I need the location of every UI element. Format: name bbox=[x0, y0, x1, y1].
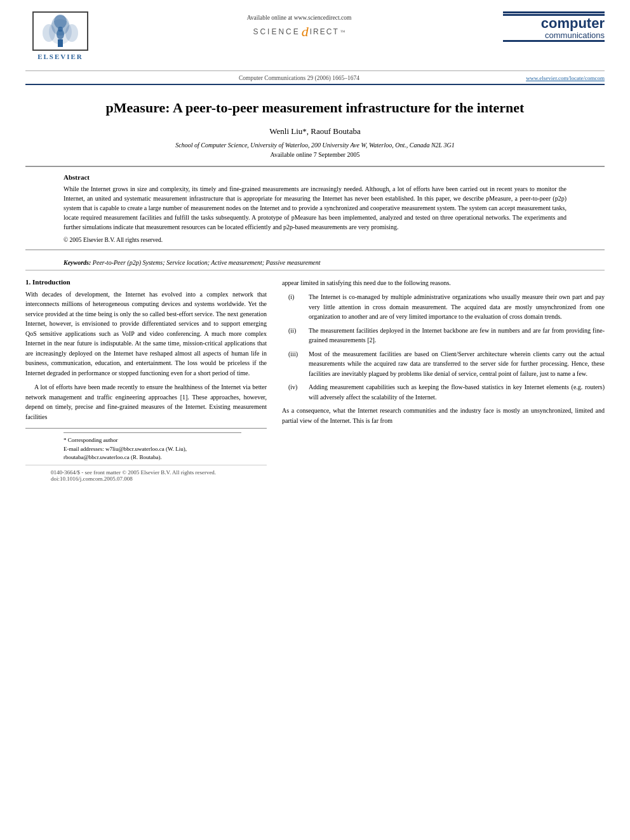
footnote-divider bbox=[64, 432, 241, 433]
sd-science-text: SCIENCE bbox=[253, 27, 300, 36]
intro-section-number: 1. bbox=[25, 278, 30, 286]
intro-right-p2: As a consequence, what the Internet rese… bbox=[282, 406, 605, 425]
col-right: appear limited in satisfying this need d… bbox=[282, 278, 605, 486]
cc-bar-bottom bbox=[503, 40, 605, 42]
authors: Wenli Liu*, Raouf Boutaba bbox=[38, 126, 592, 137]
list-label-iv: (iv) bbox=[288, 382, 305, 402]
abstract-text: While the Internet grows in size and com… bbox=[64, 184, 566, 232]
elsevier-label: ELSEVIER bbox=[37, 53, 83, 60]
list-label-iii: (iii) bbox=[288, 349, 305, 379]
intro-right-p1: appear limited in satisfying this need d… bbox=[282, 278, 605, 288]
list-label-i: (i) bbox=[288, 292, 305, 322]
title-section: pMeasure: A peer-to-peer measurement inf… bbox=[0, 85, 630, 166]
journal-url: www.elsevier.com/locate/comcom bbox=[503, 75, 605, 81]
list-item-i: (i) The Internet is co-managed by multip… bbox=[288, 292, 605, 322]
intro-right-intro: appear limited in satisfying this need d… bbox=[282, 278, 605, 288]
intro-left-p2: A lot of efforts have been made recently… bbox=[25, 382, 267, 422]
footer-bar: 0140-3664/$ - see front matter © 2005 El… bbox=[25, 465, 267, 486]
intro-left-p1: With decades of development, the Interne… bbox=[25, 290, 267, 378]
keywords-line: Keywords: Peer-to-Peer (p2p) Systems; Se… bbox=[25, 255, 605, 270]
svg-point-5 bbox=[54, 15, 67, 29]
keywords-values: Peer-to-Peer (p2p) Systems; Service loca… bbox=[93, 259, 321, 266]
page: ELSEVIER Available online at www.science… bbox=[0, 0, 630, 840]
abstract-heading: Abstract bbox=[64, 173, 566, 181]
list-text-iv: Adding measurement capabilities such as … bbox=[309, 382, 605, 402]
footer-issn: 0140-3664/$ - see front matter © 2005 El… bbox=[51, 469, 241, 476]
elsevier-tree-svg bbox=[35, 14, 86, 49]
cc-communications-text: communications bbox=[545, 30, 605, 40]
affiliation: School of Computer Science, University o… bbox=[38, 142, 592, 149]
elsevier-logo: ELSEVIER bbox=[25, 11, 95, 60]
cc-bar-top bbox=[503, 11, 605, 13]
sd-d-icon: d bbox=[302, 25, 309, 39]
header: ELSEVIER Available online at www.science… bbox=[0, 0, 630, 84]
list-item-ii: (ii) The measurement facilities deployed… bbox=[288, 326, 605, 345]
header-top: ELSEVIER Available online at www.science… bbox=[25, 11, 605, 60]
available-date: Available online 7 September 2005 bbox=[38, 151, 592, 158]
copyright-line: © 2005 Elsevier B.V. All rights reserved… bbox=[64, 236, 566, 244]
sd-direct-text: IRECT bbox=[310, 27, 339, 36]
cc-computer-text: computer bbox=[541, 17, 605, 30]
paper-title: pMeasure: A peer-to-peer measurement inf… bbox=[38, 99, 592, 117]
main-content: 1. Introduction With decades of developm… bbox=[0, 270, 630, 486]
footnote-star: * Corresponding author bbox=[64, 436, 241, 445]
intro-section-label: Introduction bbox=[32, 278, 70, 286]
footnote-area: * Corresponding author E-mail addresses:… bbox=[25, 428, 267, 465]
list-label-ii: (ii) bbox=[288, 326, 305, 345]
intro-right-closing: As a consequence, what the Internet rese… bbox=[282, 406, 605, 425]
list-text-i: The Internet is co-managed by multiple a… bbox=[309, 292, 605, 322]
intro-left-text: With decades of development, the Interne… bbox=[25, 290, 267, 422]
journal-citation: Computer Communications 29 (2006) 1665–1… bbox=[95, 75, 503, 81]
available-online-text: Available online at www.sciencedirect.co… bbox=[247, 15, 352, 21]
list-item-iv: (iv) Adding measurement capabilities suc… bbox=[288, 382, 605, 402]
footnote-email: E-mail addresses: w7liu@bbcr.uwaterloo.c… bbox=[64, 445, 241, 462]
sciencedirect-logo: SCIENCE d IRECT ™ bbox=[253, 25, 345, 39]
computer-communications-logo: computer communications bbox=[503, 11, 605, 43]
intro-list: (i) The Internet is co-managed by multip… bbox=[282, 292, 605, 402]
intro-section-title: 1. Introduction bbox=[25, 278, 267, 286]
abstract-section: Abstract While the Internet grows in siz… bbox=[25, 166, 605, 250]
header-journal-line: Computer Communications 29 (2006) 1665–1… bbox=[25, 70, 605, 84]
col-left: 1. Introduction With decades of developm… bbox=[25, 278, 267, 486]
header-center: Available online at www.sciencedirect.co… bbox=[95, 11, 503, 43]
svg-point-7 bbox=[58, 27, 63, 32]
footer-doi: doi:10.1016/j.comcom.2005.07.008 bbox=[51, 476, 241, 482]
sd-tm-text: ™ bbox=[340, 29, 345, 35]
keywords-label: Keywords: bbox=[64, 259, 91, 266]
list-text-ii: The measurement facilities deployed in t… bbox=[309, 326, 605, 345]
list-text-iii: Most of the measurement facilities are b… bbox=[309, 349, 605, 379]
list-item-iii: (iii) Most of the measurement facilities… bbox=[288, 349, 605, 379]
elsevier-logo-box bbox=[32, 11, 88, 51]
